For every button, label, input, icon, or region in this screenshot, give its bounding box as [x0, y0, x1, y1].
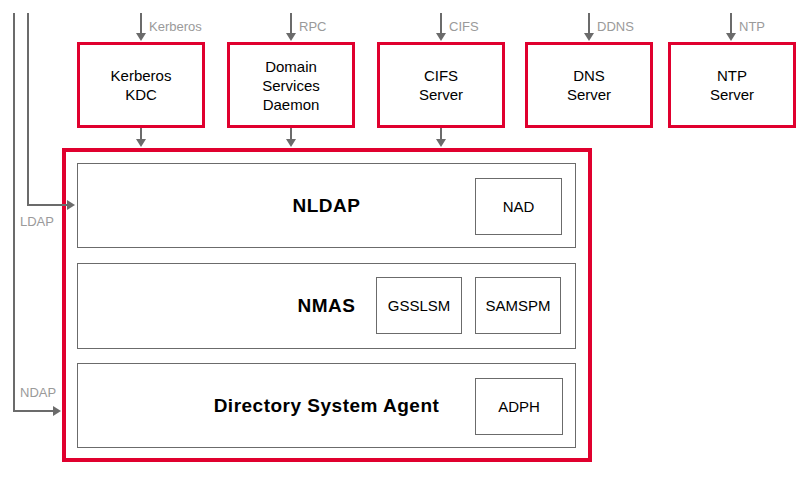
ldap-flow-line-vertical — [27, 13, 29, 206]
box-kerberos-kdc-label: Kerberos KDC — [111, 66, 172, 104]
box-cifs-server-label: CIFS Server — [419, 66, 463, 104]
label-line: Daemon — [262, 95, 320, 114]
label-line: Domain — [262, 57, 320, 76]
rpc-protocol-line — [290, 13, 292, 34]
label-line: Server — [710, 85, 754, 104]
ddns-protocol-line — [588, 13, 590, 34]
module-samspm-label: SAMSPM — [485, 297, 550, 314]
ndap-flow-line-vertical — [13, 13, 15, 412]
ddns-protocol-arrowhead-icon — [584, 33, 594, 41]
cifs-protocol-arrowhead-icon — [436, 33, 446, 41]
box-domain-services-daemon: Domain Services Daemon — [227, 42, 355, 128]
cifs-server-to-stack-arrowhead-icon — [436, 139, 446, 147]
ldap-flow-line-horizontal — [27, 204, 68, 206]
architecture-diagram: LDAP NDAP Kerberos RPC CIFS DDNS NTP Ker… — [0, 0, 811, 480]
kerberos-kdc-to-stack-arrowhead-icon — [136, 139, 146, 147]
kerberos-protocol-arrowhead-icon — [136, 33, 146, 41]
ndap-arrowhead-icon — [53, 406, 61, 416]
box-dns-server: DNS Server — [525, 42, 653, 128]
kerberos-protocol-line — [140, 13, 142, 34]
ntp-protocol-label: NTP — [739, 19, 765, 34]
ntp-protocol-line — [730, 13, 732, 34]
cifs-protocol-label: CIFS — [449, 19, 479, 34]
ntp-protocol-arrowhead-icon — [726, 33, 736, 41]
module-gsslsm-label: GSSLSM — [388, 297, 451, 314]
box-dns-server-label: DNS Server — [567, 66, 611, 104]
box-domain-services-daemon-label: Domain Services Daemon — [262, 57, 320, 114]
label-line: DNS — [567, 66, 611, 85]
label-line: CIFS — [419, 66, 463, 85]
row-directory-system-agent-title: Directory System Agent — [214, 395, 440, 417]
module-gsslsm: GSSLSM — [376, 277, 462, 334]
label-line: Server — [419, 85, 463, 104]
kerberos-protocol-label: Kerberos — [149, 19, 202, 34]
box-cifs-server: CIFS Server — [377, 42, 505, 128]
domain-services-daemon-to-stack-arrowhead-icon — [286, 139, 296, 147]
row-nmas-title: NMAS — [298, 295, 356, 317]
ldap-flow-label: LDAP — [20, 214, 54, 229]
ndap-flow-line-horizontal — [13, 410, 54, 412]
box-ntp-server: NTP Server — [668, 42, 796, 128]
module-adph: ADPH — [475, 378, 563, 435]
cifs-protocol-line — [440, 13, 442, 34]
label-line: Kerberos — [111, 66, 172, 85]
ldap-arrowhead-icon — [67, 200, 75, 210]
label-line: KDC — [111, 85, 172, 104]
label-line: Services — [262, 76, 320, 95]
ddns-protocol-label: DDNS — [597, 19, 634, 34]
box-ntp-server-label: NTP Server — [710, 66, 754, 104]
row-nldap-title: NLDAP — [293, 195, 361, 217]
rpc-protocol-label: RPC — [299, 19, 326, 34]
label-line: Server — [567, 85, 611, 104]
box-kerberos-kdc: Kerberos KDC — [77, 42, 205, 128]
label-line: NTP — [710, 66, 754, 85]
module-adph-label: ADPH — [498, 398, 540, 415]
rpc-protocol-arrowhead-icon — [286, 33, 296, 41]
module-nad: NAD — [475, 178, 562, 235]
module-samspm: SAMSPM — [475, 277, 561, 334]
ndap-flow-label: NDAP — [20, 385, 56, 400]
module-nad-label: NAD — [503, 198, 535, 215]
